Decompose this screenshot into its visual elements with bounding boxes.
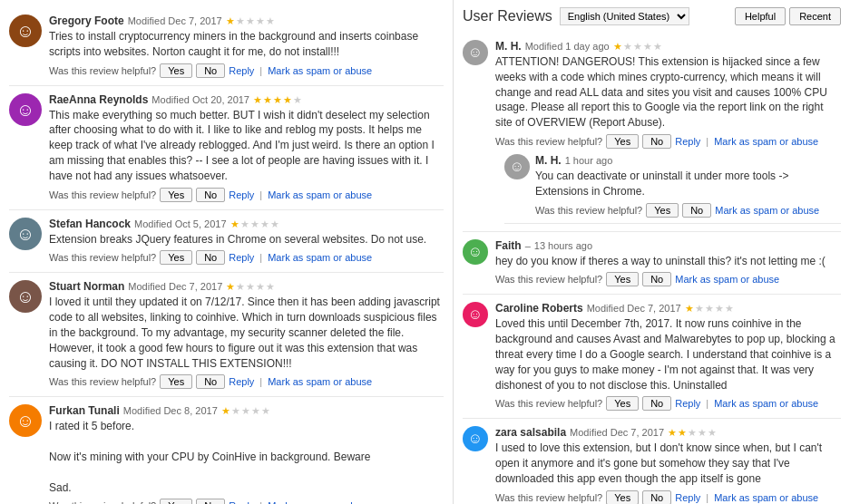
reply-item: ☺ M. H. 1 hour ago You can deactivate or… bbox=[504, 149, 841, 224]
review-content: Gregory Foote Modified Dec 7, 2017 ★★★★★… bbox=[49, 15, 444, 78]
review-item: ☺ Stefan Hancock Modified Oct 5, 2017 ★★… bbox=[9, 210, 444, 274]
yes-button[interactable]: Yes bbox=[646, 203, 679, 218]
review-content: RaeAnna Reynolds Modified Oct 20, 2017 ★… bbox=[49, 93, 444, 202]
review-actions: Was this review helpful? Yes No Mark as … bbox=[535, 203, 841, 218]
avatar: ☺ bbox=[9, 404, 42, 437]
review-item: ☺ Caroline Roberts Modified Dec 7, 2017 … bbox=[463, 295, 841, 419]
language-select[interactable]: English (United States) bbox=[560, 7, 689, 25]
star-rating: ★★★★★ bbox=[226, 281, 276, 293]
spam-link[interactable]: Mark as spam or abuse bbox=[268, 376, 372, 387]
helpful-label: Was this review helpful? bbox=[495, 492, 602, 503]
spam-link[interactable]: Mark as spam or abuse bbox=[714, 136, 818, 147]
helpful-label: Was this review helpful? bbox=[495, 398, 602, 409]
reviewer-name: Stefan Hancock bbox=[49, 218, 131, 230]
helpful-label: Was this review helpful? bbox=[495, 136, 602, 147]
review-date: Modified Oct 5, 2017 bbox=[134, 218, 227, 229]
review-text: Tries to install cryptocurrency miners i… bbox=[49, 29, 444, 60]
no-button[interactable]: No bbox=[196, 499, 225, 504]
review-header: Stuart Norman Modified Dec 7, 2017 ★★★★★ bbox=[49, 280, 444, 293]
review-actions: Was this review helpful? Yes No Reply | … bbox=[49, 374, 444, 389]
reply-link[interactable]: Reply bbox=[675, 492, 700, 503]
no-button[interactable]: No bbox=[196, 374, 225, 389]
yes-button[interactable]: Yes bbox=[160, 188, 192, 202]
reply-link[interactable]: Reply bbox=[675, 136, 700, 147]
yes-button[interactable]: Yes bbox=[160, 250, 192, 265]
avatar: ☺ bbox=[9, 280, 42, 313]
yes-button[interactable]: Yes bbox=[606, 272, 639, 286]
no-button[interactable]: No bbox=[642, 134, 671, 149]
spam-link[interactable]: Mark as spam or abuse bbox=[715, 205, 819, 216]
no-button[interactable]: No bbox=[682, 203, 711, 218]
yes-button[interactable]: Yes bbox=[160, 63, 192, 78]
reply-link[interactable]: Reply bbox=[229, 376, 254, 387]
yes-button[interactable]: Yes bbox=[606, 396, 639, 411]
person-icon: ☺ bbox=[468, 307, 483, 322]
review-date: Modified Dec 7, 2017 bbox=[128, 281, 222, 292]
divider: | bbox=[259, 252, 262, 263]
review-content: Stefan Hancock Modified Oct 5, 2017 ★★★★… bbox=[49, 218, 444, 266]
spam-link[interactable]: Mark as spam or abuse bbox=[268, 500, 372, 504]
avatar: ☺ bbox=[463, 40, 488, 65]
spam-link[interactable]: Mark as spam or abuse bbox=[268, 65, 372, 76]
reply-link[interactable]: Reply bbox=[229, 65, 254, 76]
star-rating: ★★★★★ bbox=[685, 303, 735, 315]
recent-sort-button[interactable]: Recent bbox=[789, 7, 841, 25]
no-button[interactable]: No bbox=[196, 188, 225, 202]
spam-link[interactable]: Mark as spam or abuse bbox=[268, 252, 372, 263]
review-content: Caroline Roberts Modified Dec 7, 2017 ★★… bbox=[495, 302, 841, 411]
review-item: ☺ M. H. Modified 1 day ago ★★★★★ ATTENTI… bbox=[463, 33, 841, 232]
review-header: Stefan Hancock Modified Oct 5, 2017 ★★★★… bbox=[49, 218, 444, 230]
yes-button[interactable]: Yes bbox=[606, 490, 639, 504]
no-button[interactable]: No bbox=[642, 272, 671, 286]
review-actions: Was this review helpful? Yes No Reply | … bbox=[49, 499, 444, 504]
no-button[interactable]: No bbox=[196, 63, 225, 78]
review-item: ☺ Gregory Foote Modified Dec 7, 2017 ★★★… bbox=[9, 7, 444, 86]
reply-link[interactable]: Reply bbox=[675, 398, 700, 409]
reply-link[interactable]: Reply bbox=[229, 500, 254, 504]
review-header: zara salsabila Modified Dec 7, 2017 ★★★★… bbox=[495, 426, 841, 439]
review-date: Modified Oct 20, 2017 bbox=[151, 94, 249, 105]
avatar: ☺ bbox=[463, 426, 488, 451]
reply-text: You can deactivate or uninstall it under… bbox=[535, 169, 841, 199]
review-date: Modified 1 day ago bbox=[525, 41, 610, 52]
reviewer-name: zara salsabila bbox=[495, 426, 566, 439]
helpful-label: Was this review helpful? bbox=[49, 189, 156, 200]
reply-link[interactable]: Reply bbox=[229, 252, 254, 263]
review-item: ☺ RaeAnna Reynolds Modified Oct 20, 2017… bbox=[9, 86, 444, 210]
spam-link[interactable]: Mark as spam or abuse bbox=[714, 398, 818, 409]
spam-link[interactable]: Mark as spam or abuse bbox=[675, 274, 779, 285]
no-button[interactable]: No bbox=[642, 490, 671, 504]
review-actions: Was this review helpful? Yes No Reply | … bbox=[495, 490, 841, 504]
review-actions: Was this review helpful? Yes No Reply | … bbox=[49, 188, 444, 202]
review-header: RaeAnna Reynolds Modified Oct 20, 2017 ★… bbox=[49, 93, 444, 106]
yes-button[interactable]: Yes bbox=[606, 134, 639, 149]
spam-link[interactable]: Mark as spam or abuse bbox=[268, 189, 372, 200]
person-icon: ☺ bbox=[16, 287, 34, 305]
reviewer-name: M. H. bbox=[495, 40, 522, 53]
review-item: ☺ Stuart Norman Modified Dec 7, 2017 ★★★… bbox=[9, 273, 444, 397]
review-header: Faith – 13 hours ago bbox=[495, 239, 841, 252]
avatar: ☺ bbox=[9, 15, 42, 47]
helpful-sort-button[interactable]: Helpful bbox=[735, 7, 786, 25]
divider: | bbox=[706, 136, 708, 147]
review-content: M. H. Modified 1 day ago ★★★★★ ATTENTION… bbox=[495, 40, 841, 224]
review-actions: Was this review helpful? Yes No Reply | … bbox=[495, 396, 841, 411]
review-header: M. H. 1 hour ago bbox=[535, 154, 841, 167]
helpful-label: Was this review helpful? bbox=[49, 376, 156, 387]
user-reviews-title: User Reviews bbox=[463, 8, 552, 24]
helpful-label: Was this review helpful? bbox=[49, 252, 156, 263]
no-button[interactable]: No bbox=[196, 250, 225, 265]
avatar: ☺ bbox=[504, 154, 530, 179]
yes-button[interactable]: Yes bbox=[160, 499, 192, 504]
no-button[interactable]: No bbox=[642, 396, 671, 411]
yes-button[interactable]: Yes bbox=[160, 374, 192, 389]
reply-link[interactable]: Reply bbox=[229, 189, 254, 200]
review-date: 1 hour ago bbox=[565, 155, 613, 166]
review-item: ☺ Furkan Tunali Modified Dec 8, 2017 ★★★… bbox=[9, 397, 444, 504]
person-icon: ☺ bbox=[16, 412, 34, 430]
review-text: This make everything so much better. BUT… bbox=[49, 108, 444, 184]
spam-link[interactable]: Mark as spam or abuse bbox=[714, 492, 818, 503]
star-rating: ★★★★★ bbox=[230, 218, 280, 230]
review-date: Modified Dec 7, 2017 bbox=[587, 303, 681, 314]
review-actions: Was this review helpful? Yes No Reply | … bbox=[49, 63, 444, 78]
